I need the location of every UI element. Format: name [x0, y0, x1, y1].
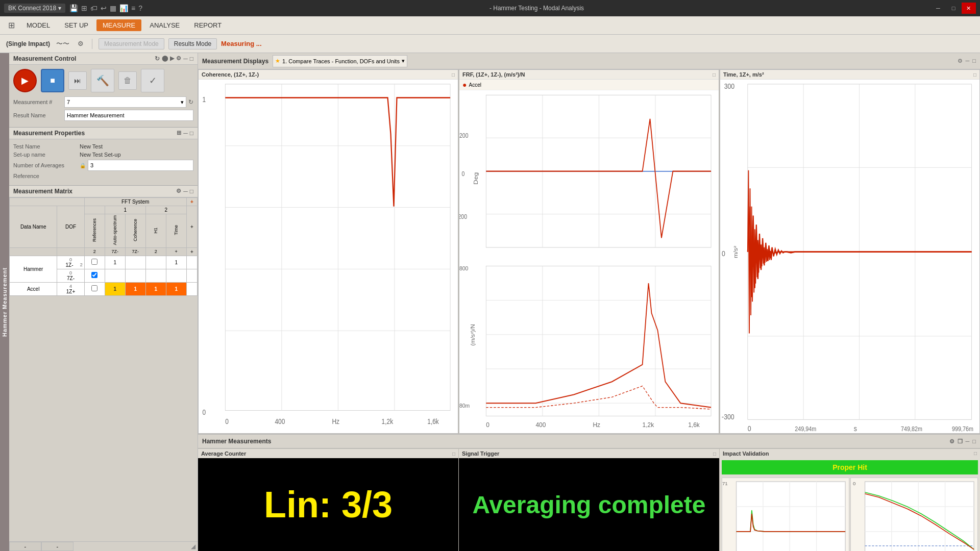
display-toolbar: Measurement Displays ★ 1. Compare Traces… [198, 53, 980, 69]
avg-expand-icon[interactable]: □ [452, 451, 455, 457]
sig-expand-icon[interactable]: □ [713, 451, 716, 457]
accel-ref-check[interactable] [84, 282, 105, 295]
hammer-name-cell: Hammer [10, 256, 57, 282]
dof-numbers-blank [57, 247, 84, 256]
references-vert-text: References [92, 218, 97, 242]
ch2-header: 2 [145, 206, 186, 214]
display-expand-icon[interactable]: □ [972, 58, 976, 64]
save-icon[interactable]: 💾 [69, 4, 78, 12]
display-select[interactable]: ★ 1. Compare Traces - Function, DOFs and… [273, 55, 407, 67]
accept-button[interactable]: ✓ [141, 69, 164, 92]
ref-num: 2 [84, 247, 105, 256]
frf-expand-icon[interactable]: □ [713, 72, 716, 78]
charts-area: Coherence, (1Z+, 1Z-) □ [198, 69, 980, 551]
add-row-col-button[interactable]: + [186, 206, 197, 248]
app-title[interactable]: BK Connect 2018 ▾ [4, 4, 65, 13]
averages-lock-icon[interactable]: 🔒 [80, 163, 86, 168]
tag-icon[interactable]: 🏷 [90, 4, 97, 12]
sidebar-text: Hammer Measurement [2, 267, 8, 337]
toolbar: (Single Impact) 〜〜 ⚙ Measurement Mode Re… [0, 35, 980, 53]
hammer-ref-check[interactable] [84, 256, 105, 269]
display-icons: ⚙ ─ □ [958, 58, 976, 64]
impact-expand-icon[interactable]: □ [974, 450, 977, 457]
results-mode-button[interactable]: Results Mode [168, 38, 217, 49]
wave-icon[interactable]: 〜〜 [54, 38, 71, 49]
averages-label: Number of Averages [13, 162, 80, 168]
auto-spectrum-header: Auto-spectrum [105, 214, 125, 248]
add-matrix-col[interactable]: + [186, 247, 197, 256]
maximize-button[interactable]: □ [946, 3, 961, 14]
play-button[interactable]: ▶ [13, 69, 37, 92]
svg-text:0: 0 [853, 481, 856, 486]
display-settings-icon[interactable]: ⚙ [958, 58, 963, 64]
matrix-minus-btn[interactable]: - [9, 542, 41, 551]
stop-button[interactable]: ■ [41, 69, 64, 92]
measurement-number-select[interactable]: 7 ▾ [64, 96, 186, 108]
help-icon[interactable]: ? [138, 4, 142, 12]
matrix-minimize-icon[interactable]: ─ [183, 188, 188, 195]
next-button[interactable]: ⏭ [68, 71, 87, 90]
dropdown-icon[interactable]: ▾ [58, 5, 61, 12]
refresh-icon[interactable]: ↻ [155, 55, 160, 62]
hammer-val-4: 1 [166, 256, 186, 269]
matrix-settings-icon[interactable]: ⚙ [176, 188, 181, 195]
dof-col-header: DOF [57, 206, 84, 248]
svg-rect-26 [486, 266, 711, 416]
close-button[interactable]: ✕ [962, 3, 976, 14]
hm-copy-icon[interactable]: ❐ [958, 438, 963, 445]
matrix-corner-icon[interactable]: ◢ [189, 542, 198, 551]
menu-setup[interactable]: SET UP [58, 19, 94, 31]
settings-icon[interactable]: ⚙ [76, 39, 86, 48]
result-name-input[interactable] [64, 110, 193, 121]
coherence-header: Coherence [125, 214, 145, 248]
hm-settings-icon[interactable]: ⚙ [949, 438, 954, 445]
hammer-ref-check2[interactable] [84, 269, 105, 282]
time-vert-text: Time [174, 225, 179, 235]
refresh-measurement-icon[interactable]: ↻ [188, 98, 193, 106]
props-grid-icon[interactable]: ⊞ [177, 130, 181, 137]
chart-icon[interactable]: 📊 [119, 4, 128, 12]
play-small-icon[interactable]: ▶ [170, 55, 174, 62]
panel-maximize-icon[interactable]: □ [190, 55, 193, 62]
coherence-expand-icon[interactable]: □ [452, 72, 455, 78]
hm-expand-icon[interactable]: □ [972, 438, 976, 445]
delete-button[interactable]: 🗑 [118, 71, 137, 90]
nav-icon[interactable]: ⊞ [81, 4, 87, 12]
hammer-button[interactable]: 🔨 [91, 69, 114, 92]
grid-icon[interactable]: ▦ [110, 4, 116, 12]
matrix-center-btn[interactable]: - [41, 542, 74, 551]
measurement-mode-button[interactable]: Measurement Mode [99, 38, 164, 49]
time-expand-icon[interactable]: □ [973, 72, 976, 78]
accel-row-add[interactable] [186, 282, 197, 295]
setup-name-label: Set-up name [13, 152, 80, 158]
props-minimize-icon[interactable]: ─ [183, 130, 188, 137]
references-header: References [84, 214, 105, 248]
hammer-row-add[interactable] [186, 256, 197, 269]
hammer-row2-add[interactable] [186, 269, 197, 282]
impact-time-svg: 71 -5,79 0 250m time / s 750m 1 [722, 478, 849, 551]
props-maximize-icon[interactable]: □ [190, 130, 193, 137]
svg-text:Deg: Deg [473, 172, 479, 185]
menu-model[interactable]: MODEL [20, 19, 56, 31]
hammer-val-3 [145, 256, 166, 269]
undo-icon[interactable]: ↩ [101, 4, 107, 12]
settings-small-icon[interactable]: ⚙ [176, 55, 181, 62]
rec-icon[interactable]: ⬤ [162, 55, 168, 62]
menu-report[interactable]: REPORT [188, 19, 228, 31]
list-icon[interactable]: ≡ [131, 4, 135, 12]
grid-menu-icon[interactable]: ⊞ [4, 18, 18, 33]
panel-minimize-icon[interactable]: ─ [183, 55, 188, 62]
matrix-expand-icon[interactable]: □ [190, 188, 193, 195]
menu-measure[interactable]: MEASURE [96, 19, 141, 31]
right-panel: Measurement Displays ★ 1. Compare Traces… [198, 53, 980, 551]
coherence-chart-panel: Coherence, (1Z+, 1Z-) □ [198, 69, 458, 434]
averages-input[interactable] [88, 160, 193, 171]
hm-minimize-icon[interactable]: ─ [966, 438, 970, 445]
app-name: BK Connect 2018 [8, 5, 56, 12]
impact-charts: 71 -5,79 0 250m time / s 750m 1 [720, 477, 980, 551]
menu-analyse[interactable]: ANALYSE [143, 19, 186, 31]
add-col-button[interactable]: + [186, 198, 197, 206]
minimize-button[interactable]: ─ [931, 3, 945, 14]
impact-validation-header: Impact Validation □ [720, 449, 980, 458]
display-minimize-icon[interactable]: ─ [966, 58, 970, 64]
